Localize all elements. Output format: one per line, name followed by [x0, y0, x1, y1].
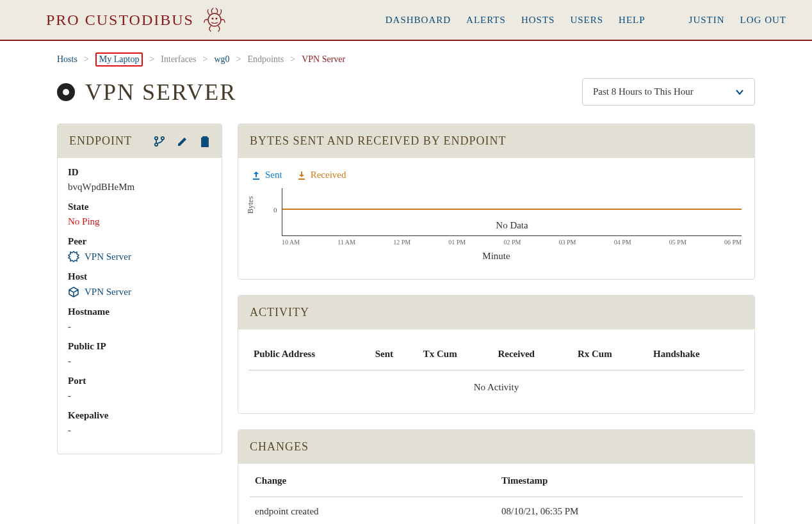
chart-panel-title: BYTES SENT AND RECEIVED BY ENDPOINT [250, 134, 507, 148]
chevron-down-icon [735, 88, 744, 97]
svg-point-5 [155, 143, 158, 145]
id-value: bvqWpdBHeMm [68, 182, 211, 193]
col-timestamp: Timestamp [496, 464, 743, 497]
brand-text: PRO CUSTODIBUS [46, 12, 194, 29]
port-label: Port [68, 376, 211, 386]
col-change: Change [250, 464, 496, 497]
timerange-select[interactable]: Past 8 Hours to This Hour [582, 78, 755, 106]
svg-point-4 [161, 136, 164, 139]
crumb-host[interactable]: My Laptop [95, 52, 143, 67]
branch-icon[interactable] [154, 136, 165, 147]
timestamp-cell: 08/10/21, 06:35 PM [496, 497, 743, 525]
download-icon [296, 170, 307, 180]
nav-logout[interactable]: LOG OUT [740, 15, 786, 26]
endpoint-panel: ENDPOINT ID bvqWpdBHeMm [57, 123, 222, 454]
chart-xtick: 12 PM [393, 239, 410, 246]
host-link[interactable]: VPN Server [68, 286, 211, 298]
timerange-label: Past 8 Hours to This Hour [593, 86, 694, 97]
chart-panel: BYTES SENT AND RECEIVED BY ENDPOINT Sent [238, 123, 755, 280]
publicip-label: Public IP [68, 341, 211, 352]
col-public-address: Public Address [248, 338, 370, 370]
chart-xtick: 10 AM [282, 239, 300, 246]
hostname-value: - [68, 321, 211, 332]
state-label: State [68, 202, 211, 212]
chart-xtick: 01 PM [448, 239, 466, 246]
chart-xtick: 06 PM [724, 239, 742, 246]
topnav: DASHBOARD ALERTS HOSTS USERS HELP JUSTIN… [386, 15, 786, 26]
chart-xticks: 10 AM11 AM12 PM01 PM02 PM03 PM04 PM05 PM… [282, 236, 742, 246]
brand[interactable]: PRO CUSTODIBUS [46, 7, 227, 33]
gear-icon [68, 251, 79, 262]
svg-point-0 [208, 13, 221, 26]
activity-panel: ACTIVITY Public Address Sent Tx Cum Rece… [238, 295, 755, 414]
changes-table: Change Timestamp endpoint created08/10/2… [250, 464, 743, 524]
chart-nodata: No Data [282, 220, 742, 231]
activity-panel-title: ACTIVITY [250, 306, 309, 319]
chart-line [282, 209, 742, 210]
peer-link[interactable]: VPN Server [68, 251, 211, 262]
crumb-sep: > [236, 54, 241, 65]
svg-point-2 [215, 18, 217, 20]
crumb-current: VPN Server [302, 54, 345, 65]
crumb-sep: > [203, 54, 208, 65]
nav-dashboard[interactable]: DASHBOARD [386, 15, 451, 26]
nav-alerts[interactable]: ALERTS [466, 15, 506, 26]
delete-icon[interactable] [200, 136, 210, 147]
upload-icon [251, 170, 261, 180]
svg-point-3 [155, 136, 158, 139]
endpoint-panel-title: ENDPOINT [69, 134, 132, 148]
peer-value: VPN Server [85, 251, 131, 262]
host-label: Host [68, 271, 211, 282]
activity-empty: No Activity [248, 370, 744, 405]
changes-panel: CHANGES Change Timestamp endpoint create… [238, 429, 755, 524]
chart-xlabel: Minute [251, 251, 742, 262]
port-value: - [68, 390, 211, 401]
chart-xtick: 05 PM [669, 239, 686, 246]
cube-icon [68, 286, 79, 298]
col-txcum: Tx Cum [418, 338, 493, 370]
col-handshake: Handshake [648, 338, 744, 370]
medusa-icon [202, 7, 227, 33]
col-received: Received [492, 338, 572, 370]
chart-xtick: 03 PM [559, 239, 576, 246]
page-title-text: VPN SERVER [85, 79, 236, 106]
legend-sent-label: Sent [265, 170, 282, 180]
crumb-sep: > [149, 54, 154, 65]
changes-panel-title: CHANGES [250, 440, 309, 454]
keepalive-value: - [68, 425, 211, 436]
table-row: endpoint created08/10/21, 06:35 PM [250, 497, 743, 525]
crumb-sep: > [290, 54, 295, 65]
topbar: PRO CUSTODIBUS DASHBOARD ALERTS HOSTS US… [0, 0, 812, 41]
publicip-value: - [68, 356, 211, 367]
nav-hosts[interactable]: HOSTS [521, 15, 555, 26]
keepalive-label: Keepalive [68, 410, 211, 421]
change-cell: endpoint created [250, 497, 496, 525]
chart: Bytes 0 No Data 10 AM11 AM12 PM01 PM02 P… [251, 188, 742, 265]
chart-xtick: 02 PM [503, 239, 521, 246]
peer-label: Peer [68, 236, 211, 247]
crumb-interfaces: Interfaces [161, 54, 196, 65]
legend-received[interactable]: Received [296, 170, 346, 180]
nav-help[interactable]: HELP [619, 15, 646, 26]
legend-sent[interactable]: Sent [251, 170, 282, 180]
host-value: VPN Server [85, 287, 131, 298]
breadcrumb: Hosts > My Laptop > Interfaces > wg0 > E… [57, 52, 755, 67]
edit-icon[interactable] [177, 136, 188, 147]
activity-table: Public Address Sent Tx Cum Received Rx C… [248, 338, 744, 404]
crumb-sep: > [84, 54, 89, 65]
endpoint-status-icon [57, 83, 75, 101]
chart-xtick: 04 PM [614, 239, 631, 246]
legend-received-label: Received [311, 170, 346, 180]
col-sent: Sent [370, 338, 418, 370]
nav-users[interactable]: USERS [570, 15, 603, 26]
crumb-iface[interactable]: wg0 [214, 54, 229, 65]
page-title: VPN SERVER [57, 79, 236, 106]
chart-xtick: 11 AM [337, 239, 355, 246]
crumb-hosts[interactable]: Hosts [57, 54, 77, 65]
state-value: No Ping [68, 216, 211, 227]
crumb-endpoints: Endpoints [247, 54, 284, 65]
chart-zero-tick: 0 [273, 206, 277, 214]
col-rxcum: Rx Cum [572, 338, 648, 370]
chart-ylabel: Bytes [246, 196, 256, 214]
nav-username[interactable]: JUSTIN [689, 15, 725, 26]
